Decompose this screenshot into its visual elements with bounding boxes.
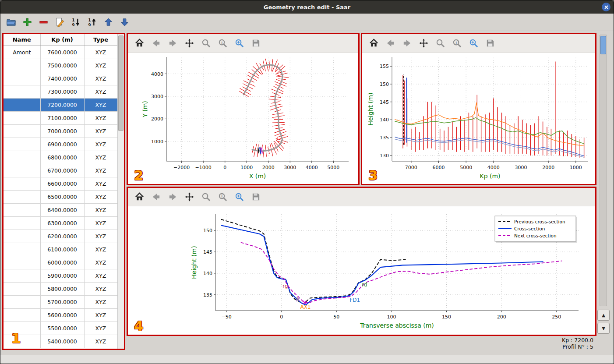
svg-text:9: 9 <box>88 23 91 27</box>
delete-row-icon[interactable] <box>38 17 49 28</box>
table-row[interactable]: Amont7600.0000XYZ <box>4 46 117 59</box>
statusbar <box>0 355 614 364</box>
name-cell <box>4 256 40 269</box>
type-cell: XYZ <box>84 138 117 151</box>
home-icon[interactable] <box>368 38 379 49</box>
svg-text:4000: 4000 <box>306 165 318 170</box>
open-file-icon[interactable] <box>6 17 16 28</box>
table-row[interactable]: 6100.0000XYZ <box>4 243 117 256</box>
save-icon[interactable] <box>485 38 495 49</box>
save-icon[interactable] <box>251 38 261 49</box>
table-row[interactable]: 6000.0000XYZ <box>4 256 117 269</box>
table-row[interactable]: 7400.0000XYZ <box>4 72 117 85</box>
forward-icon[interactable] <box>167 38 178 49</box>
name-cell <box>4 335 40 348</box>
home-icon[interactable] <box>134 38 145 49</box>
table-row[interactable]: 5400.0000XYZ <box>4 335 117 348</box>
svg-text:Height (m): Height (m) <box>367 92 374 125</box>
table-row[interactable]: 5900.0000XYZ <box>4 269 117 282</box>
table-row[interactable]: 6700.0000XYZ <box>4 164 117 177</box>
plan-plot-toolbar: i <box>128 34 358 53</box>
svg-text:145: 145 <box>203 249 212 255</box>
svg-text:250: 250 <box>552 314 561 320</box>
zoom-icon[interactable] <box>201 38 211 49</box>
name-cell <box>4 59 40 72</box>
svg-text:FD1: FD1 <box>349 297 360 303</box>
kp-cell: 5900.0000 <box>40 269 84 282</box>
table-row[interactable]: 7500.0000XYZ <box>4 59 117 72</box>
type-cell: XYZ <box>84 111 117 124</box>
back-icon[interactable] <box>151 192 161 202</box>
move-down-icon[interactable] <box>119 17 130 28</box>
type-cell: XYZ <box>84 203 117 216</box>
zoom-info-icon[interactable]: i <box>217 38 228 49</box>
longitudinal-profile-plot[interactable]: 7000600050004000300020001000130135140145… <box>362 53 595 184</box>
zoom-rect-icon[interactable] <box>468 38 479 49</box>
zoom-icon[interactable] <box>201 192 211 202</box>
window-scrollbar-thumb[interactable] <box>600 36 606 54</box>
svg-text:4000: 4000 <box>487 165 500 170</box>
table-row[interactable]: 7200.0000XYZ <box>4 98 117 111</box>
pan-icon[interactable] <box>184 192 194 202</box>
svg-text:135: 135 <box>203 292 212 298</box>
table-row[interactable]: 6800.0000XYZ <box>4 151 117 164</box>
svg-text:1000: 1000 <box>570 165 582 170</box>
svg-text:Height (m): Height (m) <box>191 246 198 279</box>
cross-section-plot[interactable]: −50050100150200250135140145150Transverse… <box>128 206 595 335</box>
pan-icon[interactable] <box>184 38 194 49</box>
home-icon[interactable] <box>134 192 145 202</box>
svg-text:150: 150 <box>442 314 451 320</box>
plan-view-plot[interactable]: −2000−1000010002000300040005000100020003… <box>128 53 358 184</box>
table-row[interactable]: 7000.0000XYZ <box>4 124 117 138</box>
pan-icon[interactable] <box>418 38 429 49</box>
zoom-info-icon[interactable]: i <box>217 192 228 202</box>
type-cell: XYZ <box>84 177 117 190</box>
table-row[interactable]: 6500.0000XYZ <box>4 190 117 203</box>
table-row[interactable]: 6400.0000XYZ <box>4 203 117 216</box>
zoom-info-icon[interactable]: i <box>452 38 462 49</box>
forward-icon[interactable] <box>402 38 412 49</box>
save-icon[interactable] <box>251 192 261 202</box>
table-row[interactable]: 6600.0000XYZ <box>4 177 117 190</box>
type-cell: XYZ <box>84 164 117 177</box>
back-icon[interactable] <box>151 38 161 49</box>
edit-row-icon[interactable] <box>54 17 65 28</box>
table-scrollbar[interactable] <box>117 34 124 349</box>
table-row[interactable]: 5500.0000XYZ <box>4 322 117 335</box>
zoom-icon[interactable] <box>435 38 445 49</box>
window-scrollbar[interactable] <box>600 35 607 306</box>
add-row-icon[interactable] <box>22 17 32 28</box>
kp-cell: 5800.0000 <box>40 282 84 295</box>
type-cell: XYZ <box>84 335 117 348</box>
name-cell <box>4 85 40 98</box>
renumber-ascending-icon[interactable]: 19 <box>87 17 97 28</box>
svg-text:1: 1 <box>296 297 299 301</box>
forward-icon[interactable] <box>167 192 178 202</box>
svg-text:Previous cross-section: Previous cross-section <box>514 219 565 224</box>
svg-text:50: 50 <box>333 314 339 320</box>
table-row[interactable]: 5800.0000XYZ <box>4 282 117 295</box>
profile-down-button[interactable]: ▼ <box>597 323 610 334</box>
move-up-icon[interactable] <box>103 17 113 28</box>
profile-up-button[interactable]: ▲ <box>597 310 610 321</box>
column-header-2: Type <box>84 34 117 46</box>
table-scrollbar-thumb[interactable] <box>118 35 124 131</box>
close-button[interactable] <box>602 3 610 11</box>
zoom-rect-icon[interactable] <box>234 38 244 49</box>
table-row[interactable]: 6300.0000XYZ <box>4 216 117 230</box>
table-row[interactable]: 7100.0000XYZ <box>4 111 117 124</box>
table-row[interactable]: 5600.0000XYZ <box>4 308 117 322</box>
zoom-rect-icon[interactable] <box>234 192 244 202</box>
kp-cell: 6500.0000 <box>40 190 84 203</box>
type-cell: XYZ <box>84 151 117 164</box>
svg-text:135: 135 <box>380 135 389 141</box>
table-row[interactable]: 5700.0000XYZ <box>4 295 117 308</box>
renumber-descending-icon[interactable]: 19 <box>71 17 81 28</box>
back-icon[interactable] <box>385 38 395 49</box>
svg-text:1000: 1000 <box>240 165 253 170</box>
table-row[interactable]: 6200.0000XYZ <box>4 230 117 243</box>
name-cell <box>4 308 40 322</box>
table-row[interactable]: 7300.0000XYZ <box>4 85 117 98</box>
table-row[interactable]: 6900.0000XYZ <box>4 138 117 151</box>
svg-text:Transverse abscissa (m): Transverse abscissa (m) <box>360 322 434 329</box>
